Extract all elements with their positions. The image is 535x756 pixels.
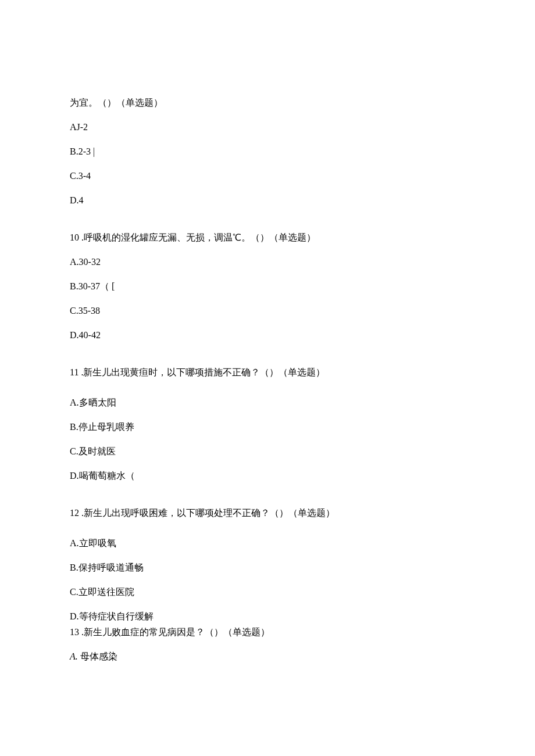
- q12-option-b: B.保持呼吸道通畅: [70, 561, 465, 575]
- q9-stem-continuation: 为宜。（）（单选题）: [70, 96, 465, 110]
- q11-option-d: D.喝葡萄糖水（: [70, 469, 465, 483]
- q10-option-b: B.30-37（ [: [70, 280, 465, 293]
- q12-option-a: A.立即吸氧: [70, 536, 465, 550]
- q9-option-d: D.4: [70, 194, 465, 207]
- q11-stem: 11 .新生儿出现黄疸时，以下哪项措施不正确？（）（单选题）: [70, 366, 465, 379]
- q9-option-c: C.3-4: [70, 169, 465, 183]
- q12-option-d: D.等待症状自行缓解: [70, 610, 465, 624]
- q9-option-b: B.2-3 |: [70, 145, 465, 159]
- q10-option-d: D.40-42: [70, 328, 465, 342]
- q11-option-c: C.及时就医: [70, 445, 465, 458]
- q13-option-a-prefix: A.: [70, 651, 78, 661]
- q10-option-c: C.35-38: [70, 304, 465, 318]
- q12-stem: 12 .新生儿出现呼吸困难，以下哪项处理不正确？（）（单选题）: [70, 506, 465, 520]
- q9-option-a: AJ-2: [70, 120, 465, 134]
- q10-option-a: A.30-32: [70, 255, 465, 269]
- q13-option-a-text: 母体感染: [78, 651, 117, 661]
- q12-option-c: C.立即送往医院: [70, 585, 465, 599]
- q13-stem: 13 .新生儿败血症的常见病因是？（）（单选题）: [70, 625, 465, 639]
- q13-option-a: A. 母体感染: [70, 650, 465, 664]
- q10-stem: 10 .呼吸机的湿化罐应无漏、无损，调温℃。（）（单选题）: [70, 231, 465, 245]
- q11-option-a: A.多晒太阳: [70, 396, 465, 410]
- q11-option-b: B.停止母乳喂养: [70, 420, 465, 434]
